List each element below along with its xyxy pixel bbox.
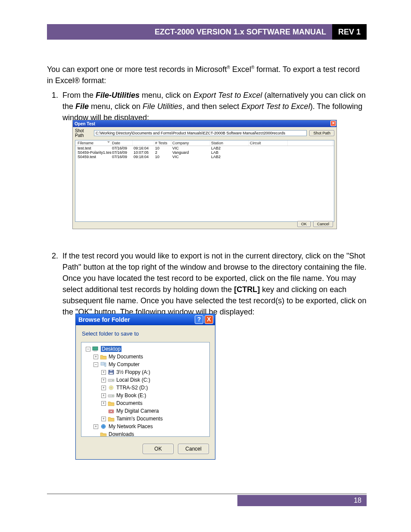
svg-rect-2 (101, 362, 104, 365)
close-icon[interactable]: ✕ (330, 121, 336, 126)
svg-rect-1 (93, 351, 97, 352)
table-row[interactable]: S0459-Polarity1.test07/16/0910:07:052Van… (75, 150, 334, 155)
expand-icon[interactable]: + (101, 386, 106, 390)
open-test-dialog: Open Test ✕ Shot Path C:\Working Directo… (72, 120, 337, 229)
expand-icon[interactable]: + (101, 401, 106, 406)
browse-titlebar[interactable]: Browse for Folder ? X (76, 314, 215, 325)
browse-folder-dialog: Browse for Folder ? X Select folder to s… (75, 314, 215, 460)
svg-rect-0 (93, 347, 98, 350)
col-time[interactable] (133, 140, 154, 146)
drive-icon (108, 392, 115, 398)
tree-node[interactable]: +TTRA-S2 (D:) (83, 384, 208, 392)
table-row[interactable]: S0459.test07/16/0909:18:0410VICLAB2 (75, 155, 334, 159)
tree-label: My Documents (109, 354, 143, 360)
tree-node[interactable]: +My Documents (83, 353, 208, 361)
col-filename[interactable]: Filename (77, 140, 111, 146)
cancel-button[interactable]: Cancel (313, 221, 333, 227)
tree-node[interactable]: +Documents (83, 399, 208, 407)
cell: 09:16:04 (133, 146, 154, 150)
doc-header: EZCT-2000 VERSION 1.x SOFTWARE MANUAL RE… (47, 24, 367, 40)
cell: S0459-Polarity1.test (77, 150, 111, 155)
collapse-icon[interactable]: − (93, 362, 98, 367)
page-number: 18 (354, 497, 361, 504)
tree-node[interactable]: Downloads (83, 430, 208, 437)
cell: 07/16/09 (111, 150, 133, 155)
expand-icon[interactable]: + (101, 378, 106, 383)
table-row[interactable]: test.test07/16/0909:16:0410VICLAB2 (75, 146, 334, 150)
close-icon[interactable]: X (205, 315, 213, 324)
expand-icon[interactable]: + (93, 424, 98, 429)
tree-label: Desktop (101, 346, 121, 352)
tree-label: Downloads (109, 431, 134, 437)
doc-title: EZCT-2000 VERSION 1.x SOFTWARE MANUAL (47, 24, 332, 40)
cell: 09:18:04 (133, 155, 154, 159)
cell (249, 150, 288, 155)
cell (288, 150, 333, 155)
tree-node[interactable]: +My Book (E:) (83, 392, 208, 399)
open-test-titlebar[interactable]: Open Test ✕ (73, 120, 336, 127)
cell: Vanguard (171, 150, 210, 155)
tree-label: Local Disk (C:) (116, 377, 150, 383)
expand-icon[interactable]: + (101, 370, 106, 375)
shot-path-field[interactable]: C:\Working Directory\Documents and Forms… (94, 130, 307, 136)
cell: 10:07:05 (133, 150, 154, 155)
sort-desc-icon (107, 141, 110, 143)
grid-header[interactable]: Filename Date # Tests Company Station Ci… (75, 140, 334, 146)
tree-label: My Computer (109, 361, 140, 367)
col-tests[interactable]: # Tests (154, 140, 171, 146)
tree-node[interactable]: My Digital Camera (83, 407, 208, 415)
svg-point-14 (110, 411, 112, 412)
tree-node[interactable]: +Tamim's Documents (83, 415, 208, 423)
cell (249, 146, 288, 150)
records-grid[interactable]: Filename Date # Tests Company Station Ci… (75, 140, 334, 222)
ok-button[interactable]: OK (297, 221, 311, 227)
help-icon[interactable]: ? (195, 315, 203, 324)
folder-icon (108, 400, 115, 406)
col-company[interactable]: Company (171, 140, 210, 146)
col-date[interactable]: Date (111, 140, 133, 146)
step-1: 1. From the File-Utilities menu, click o… (62, 90, 367, 123)
step-2-number: 2. (52, 250, 58, 261)
expand-icon[interactable]: + (101, 417, 106, 421)
cell: 10 (154, 155, 171, 159)
pc-icon (100, 361, 107, 367)
folder-tree[interactable]: −Desktop+My Documents−My Computer+3½ Flo… (81, 342, 210, 437)
col-station[interactable]: Station (210, 140, 249, 146)
globe-icon (100, 423, 107, 429)
svg-point-8 (112, 380, 113, 381)
folder-icon (108, 416, 115, 422)
cell (288, 146, 333, 150)
folder-icon (100, 354, 107, 360)
tree-label: 3½ Floppy (A:) (116, 369, 150, 375)
tree-node[interactable]: −Desktop (83, 345, 208, 353)
expand-icon[interactable]: + (93, 355, 98, 359)
step-2: 2. If the test record you would like to … (62, 250, 367, 318)
doc-rev: REV 1 (332, 24, 367, 40)
tree-node[interactable]: +3½ Floppy (A:) (83, 368, 208, 376)
cell: test.test (77, 146, 111, 150)
browse-prompt: Select folder to save to (76, 325, 215, 339)
svg-rect-3 (105, 363, 106, 367)
cell: 10 (154, 146, 171, 150)
col-circuit[interactable]: Circuit (249, 140, 288, 146)
tree-node[interactable]: +My Network Places (83, 423, 208, 430)
drive-icon (108, 377, 115, 383)
cell: LAB (210, 150, 249, 155)
svg-point-12 (112, 395, 113, 396)
collapse-icon[interactable]: − (86, 347, 90, 352)
browse-title: Browse for Folder (78, 316, 130, 323)
footer-divider (47, 494, 367, 494)
shot-path-label: Shot Path (75, 128, 91, 138)
ok-button[interactable]: OK (143, 444, 174, 454)
svg-point-10 (111, 387, 112, 389)
cell: 07/16/09 (111, 155, 133, 159)
tree-label: My Digital Camera (116, 408, 159, 414)
tree-node[interactable]: −My Computer (83, 361, 208, 368)
cell: S0459.test (77, 155, 111, 159)
cancel-button[interactable]: Cancel (178, 444, 209, 454)
step-1-number: 1. (52, 90, 58, 101)
cell (249, 155, 288, 159)
expand-icon[interactable]: + (101, 393, 106, 398)
tree-node[interactable]: +Local Disk (C:) (83, 376, 208, 384)
shot-path-button[interactable]: Shot Path (309, 130, 334, 136)
